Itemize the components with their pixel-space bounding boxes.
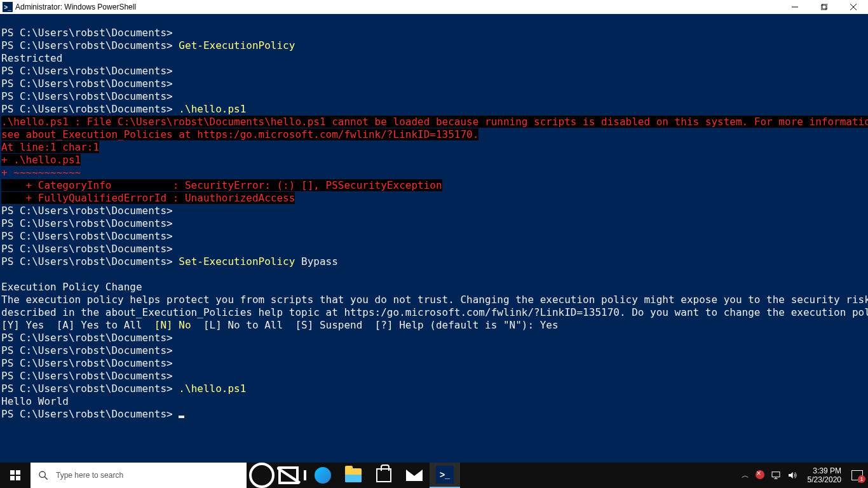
prompt: PS C:\Users\robst\Documents> xyxy=(1,332,173,344)
error-line: see about_Execution_Policies at https:/g… xyxy=(1,128,478,140)
output-line: Hello World xyxy=(1,395,69,407)
taskbar-app-mail[interactable] xyxy=(399,463,430,488)
prompt: PS C:\Users\robst\Documents> xyxy=(1,230,173,242)
prompt: PS C:\Users\robst\Documents> xyxy=(1,357,173,369)
taskbar: Type here to search >_ ︿ 3:39 PM 5/23/20… xyxy=(0,463,868,488)
folder-icon xyxy=(345,468,362,482)
prompt: PS C:\Users\robst\Documents> xyxy=(1,90,173,102)
cortana-button[interactable] xyxy=(247,463,277,488)
svg-rect-8 xyxy=(16,476,20,480)
mail-icon xyxy=(406,470,423,481)
task-view-button[interactable] xyxy=(277,463,308,488)
svg-rect-7 xyxy=(10,476,15,480)
system-tray: ︿ 3:39 PM 5/23/2020 1 xyxy=(736,463,868,488)
prompt: PS C:\Users\robst\Documents> xyxy=(1,344,173,356)
taskbar-clock[interactable]: 3:39 PM 5/23/2020 xyxy=(804,466,845,484)
svg-rect-6 xyxy=(16,470,20,475)
svg-rect-15 xyxy=(772,472,780,477)
policy-header: Execution Policy Change xyxy=(1,281,142,293)
prompt: PS C:\Users\robst\Documents> xyxy=(1,78,173,90)
svg-rect-5 xyxy=(10,470,15,475)
network-icon[interactable] xyxy=(771,470,781,480)
policy-options: [L] No to All [S] Suspend [?] Help (defa… xyxy=(191,319,559,331)
taskbar-app-explorer[interactable] xyxy=(338,463,369,488)
terminal-output[interactable]: PS C:\Users\robst\Documents> PS C:\Users… xyxy=(0,14,868,463)
close-button[interactable] xyxy=(839,0,868,14)
prompt: PS C:\Users\robst\Documents> xyxy=(1,27,173,39)
command-arg: Bypass xyxy=(295,255,337,268)
svg-marker-18 xyxy=(789,472,793,479)
prompt: PS C:\Users\robst\Documents> xyxy=(1,370,173,382)
error-line: + .\hello.ps1 xyxy=(1,154,81,166)
powershell-icon: >_ xyxy=(3,2,13,12)
search-icon xyxy=(38,470,48,480)
window-title: Administrator: Windows PowerShell xyxy=(15,3,136,11)
volume-icon[interactable] xyxy=(787,470,797,480)
notification-badge: 1 xyxy=(858,475,865,483)
prompt: PS C:\Users\robst\Documents> xyxy=(1,408,173,420)
security-icon[interactable] xyxy=(756,470,764,481)
action-center-button[interactable]: 1 xyxy=(851,470,863,480)
taskbar-app-store[interactable] xyxy=(369,463,399,488)
svg-rect-1 xyxy=(821,5,826,10)
error-line: + FullyQualifiedErrorId : UnauthorizedAc… xyxy=(1,192,295,204)
svg-line-10 xyxy=(44,477,48,480)
prompt: PS C:\Users\robst\Documents> xyxy=(1,65,173,77)
policy-default-option: [N] No xyxy=(154,319,191,331)
svg-point-11 xyxy=(250,464,273,487)
command-text: Get-ExecutionPolicy xyxy=(179,39,295,51)
tray-overflow-button[interactable]: ︿ xyxy=(742,470,749,481)
search-placeholder: Type here to search xyxy=(56,471,123,480)
clock-time: 3:39 PM xyxy=(808,466,841,475)
prompt: PS C:\Users\robst\Documents> xyxy=(1,243,173,255)
prompt: PS C:\Users\robst\Documents> xyxy=(1,383,173,395)
error-line: + ~~~~~~~~~~~ xyxy=(1,166,81,179)
command-text: .\hello.ps1 xyxy=(179,383,246,395)
error-line: At line:1 char:1 xyxy=(1,141,99,153)
policy-body: described in the about_Execution_Policie… xyxy=(1,306,868,318)
policy-body: The execution policy helps protect you f… xyxy=(1,294,868,306)
prompt: PS C:\Users\robst\Documents> xyxy=(1,103,173,115)
prompt: PS C:\Users\robst\Documents> xyxy=(1,255,173,268)
window-titlebar: >_ Administrator: Windows PowerShell xyxy=(0,0,868,14)
edge-icon xyxy=(315,467,331,484)
prompt: PS C:\Users\robst\Documents> xyxy=(1,39,173,51)
prompt: PS C:\Users\robst\Documents> xyxy=(1,217,173,229)
cursor xyxy=(179,416,184,418)
start-button[interactable] xyxy=(0,463,31,488)
error-line: .\hello.ps1 : File C:\Users\robst\Docume… xyxy=(1,116,868,128)
clock-date: 5/23/2020 xyxy=(808,475,841,484)
maximize-button[interactable] xyxy=(810,0,839,14)
policy-options: [Y] Yes [A] Yes to All xyxy=(1,319,154,331)
command-text: Set-ExecutionPolicy xyxy=(179,255,295,268)
taskbar-search[interactable]: Type here to search xyxy=(31,463,247,488)
command-text: .\hello.ps1 xyxy=(179,103,246,115)
store-icon xyxy=(376,468,391,482)
output-line: Restricted xyxy=(1,52,62,64)
error-line: + CategoryInfo : SecurityError: (:) [], … xyxy=(1,179,442,191)
svg-rect-2 xyxy=(822,4,827,9)
taskbar-app-powershell[interactable]: >_ xyxy=(430,463,460,488)
minimize-button[interactable] xyxy=(780,0,810,14)
prompt: PS C:\Users\robst\Documents> xyxy=(1,205,173,217)
svg-point-9 xyxy=(39,471,45,477)
taskbar-app-edge[interactable] xyxy=(308,463,338,488)
powershell-icon: >_ xyxy=(436,466,454,484)
